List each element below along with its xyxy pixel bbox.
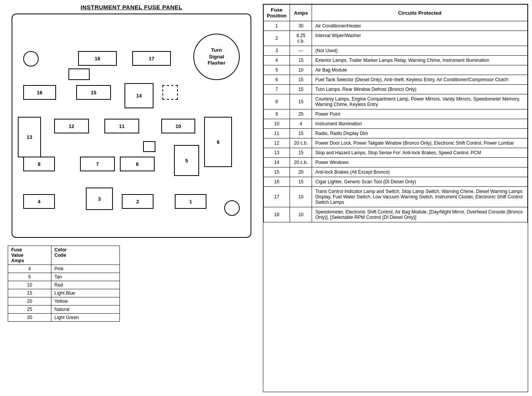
fuse-10: 10: [161, 119, 195, 133]
fuse-position: 6: [264, 75, 290, 85]
fuse-2: 2: [122, 194, 153, 209]
fuse-position: 10: [264, 119, 290, 129]
fuse-amps: 15: [290, 177, 312, 187]
fuse-box-inner: TurnSignalFlasher 18 17 16 15 14 13: [12, 14, 251, 237]
fuse-table-row: 13 15 Stop and Hazard Lamps, Stop Sense …: [264, 148, 528, 158]
fuse-desc: Power Point: [312, 109, 528, 119]
color-code-table: FuseValueAmps ColorCode 4 Pink 5 Tan 10 …: [8, 246, 120, 322]
color-table-header-color: ColorCode: [51, 246, 119, 265]
color-amps: 10: [8, 281, 51, 289]
fuse-table-row: 11 15 Radio, Radio Display Dim: [264, 129, 528, 138]
fuse-amps: 15: [290, 75, 312, 85]
fuse-desc: Instrument Illumination: [312, 119, 528, 129]
fuse-data-table: FusePosition Amps Circuits Protected 1 3…: [263, 4, 528, 222]
fuse-desc: Fuel Tank Selector (Diesel Only), Anti–t…: [312, 75, 528, 85]
fuse-8: 8: [23, 157, 55, 171]
fuse-table-row: 12 20 c.b. Power Door Lock, Power Tailga…: [264, 138, 528, 148]
fuse-13: 13: [18, 117, 41, 157]
fuse-amps: 20 c.b.: [290, 138, 312, 148]
fuse-position: 16: [264, 177, 290, 187]
fuse-3: 3: [86, 188, 113, 210]
fuse-amps: 15: [290, 56, 312, 65]
fuse-table-row: 4 15 Exterior Lamps, Trailer Marker Lamp…: [264, 56, 528, 65]
fuse-desc: Power Door Lock, Power Tailgate Window (…: [312, 138, 528, 148]
relay-top: [68, 68, 90, 80]
color-name: Light Green: [51, 314, 119, 322]
fuse-table-row: 9 25 Power Point: [264, 109, 528, 119]
fuse-desc: Speedometer, Electronic Shift Control, A…: [312, 207, 528, 222]
color-amps: 15: [8, 289, 51, 297]
fuse-position: 17: [264, 187, 290, 207]
fuse-desc: Power Windows: [312, 158, 528, 167]
fuse-amps: 30: [290, 21, 312, 31]
fuse-5: 5: [174, 145, 199, 176]
fuse-desc: Interval Wiper/Washer: [312, 31, 528, 46]
fuse-position: 2: [264, 31, 290, 46]
fuse-table-row: 10 4 Instrument Illumination: [264, 119, 528, 129]
fuse-box-diagram: TurnSignalFlasher 18 17 16 15 14 13: [12, 14, 251, 238]
color-table-wrapper: FuseValueAmps ColorCode 4 Pink 5 Tan 10 …: [8, 246, 259, 322]
fuse-1: 1: [175, 194, 206, 209]
color-table-row: 30 Light Green: [8, 314, 120, 322]
fuse-amps: 20 c.b.: [290, 158, 312, 167]
fuse-7: 7: [80, 157, 115, 171]
fuse-desc: Stop and Hazard Lamps, Stop Sense For: A…: [312, 148, 528, 158]
fuse-14: 14: [124, 83, 153, 108]
color-table-row: 15 Light Blue: [8, 289, 120, 297]
fuse-position: 14: [264, 158, 290, 167]
color-table-row: 25 Natural: [8, 306, 120, 314]
fuse-desc: Trans Control Indicator Lamp and Switch,…: [312, 187, 528, 207]
fuse-desc: Courtesy Lamps, Engine Compartment Lamp,…: [312, 94, 528, 109]
color-name: Yellow: [51, 297, 119, 306]
fuse-position: 12: [264, 138, 290, 148]
fuse-table-row: 8 15 Courtesy Lamps, Engine Compartment …: [264, 94, 528, 109]
fuse-position: 4: [264, 56, 290, 65]
fuse-position: 9: [264, 109, 290, 119]
color-table-row: 5 Tan: [8, 273, 120, 281]
fuse-amps: 10: [290, 65, 312, 75]
flasher-label: TurnSignalFlasher: [208, 47, 225, 67]
fuse-table-row: 17 10 Trans Control Indicator Lamp and S…: [264, 187, 528, 207]
col-circuits: Circuits Protected: [312, 5, 528, 21]
color-name: Tan: [51, 273, 119, 281]
fuse-desc: (Not Used): [312, 46, 528, 56]
color-amps: 25: [8, 306, 51, 314]
fuse-position: 7: [264, 85, 290, 94]
left-panel: INSTRUMENT PANEL FUSE PANEL TurnSignalFl…: [4, 4, 259, 392]
color-table-body: 4 Pink 5 Tan 10 Red 15 Light Blue 20 Yel…: [8, 265, 120, 322]
right-panel: FusePosition Amps Circuits Protected 1 3…: [263, 4, 528, 392]
fuse-amps: 15: [290, 94, 312, 109]
fuse-desc: Turn Lamps, Rear Window Defrost (Bronco …: [312, 85, 528, 94]
fuse-table-body: 1 30 Air Conditioner/Heater 2 8.25 c.b. …: [264, 21, 528, 222]
fuse-desc: Radio, Radio Display Dim: [312, 129, 528, 138]
col-fuse-position: FusePosition: [264, 5, 290, 21]
fuse-table-row: 7 15 Turn Lamps, Rear Window Defrost (Br…: [264, 85, 528, 94]
fuse-position: 8: [264, 94, 290, 109]
fuse-amps: 8.25 c.b.: [290, 31, 312, 46]
fuse-table-row: 5 10 Air Bag Module: [264, 65, 528, 75]
fuse-desc: Anti-lock Brakes (All Except Bronco): [312, 167, 528, 177]
fuse-12: 12: [54, 119, 89, 133]
fuse-amps: 20: [290, 167, 312, 177]
fuse-9: 9: [204, 117, 232, 167]
fuse-position: 18: [264, 207, 290, 222]
flasher-circle: TurnSignalFlasher: [193, 34, 240, 80]
fuse-table-row: 6 15 Fuel Tank Selector (Diesel Only), A…: [264, 75, 528, 85]
fuse-position: 1: [264, 21, 290, 31]
relay-small: [143, 141, 155, 152]
fuse-amps: —: [290, 46, 312, 56]
fuse-amps: 4: [290, 119, 312, 129]
color-amps: 30: [8, 314, 51, 322]
fuse-16: 16: [23, 85, 56, 100]
fuse-desc: Cigar Lighter, Generic Scan Tool (DI Die…: [312, 177, 528, 187]
fuse-position: 5: [264, 65, 290, 75]
fuse-table-row: 16 15 Cigar Lighter, Generic Scan Tool (…: [264, 177, 528, 187]
fuse-table-row: 3 — (Not Used): [264, 46, 528, 56]
fuse-amps: 15: [290, 85, 312, 94]
fuse-amps: 10: [290, 207, 312, 222]
col-amps: Amps: [290, 5, 312, 21]
fuse-amps: 15: [290, 148, 312, 158]
fuse-position: 15: [264, 167, 290, 177]
fuse-amps: 10: [290, 187, 312, 207]
color-amps: 4: [8, 265, 51, 273]
